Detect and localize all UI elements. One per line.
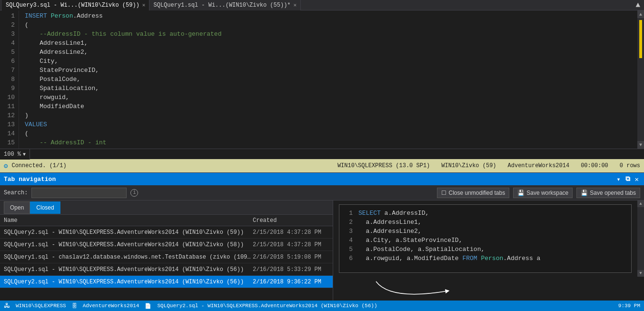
file-row-4[interactable]: SQLQuery2.sql - WIN10\SQLEXPRESS.Adventu… xyxy=(0,276,333,288)
save-workspace-btn[interactable]: 💾 Save workspace xyxy=(513,188,573,198)
bottom-database: AdventureWorks2014 xyxy=(83,303,139,309)
closed-tab-btn[interactable]: Closed xyxy=(30,201,60,214)
time-info: 00:00:00 xyxy=(581,162,608,169)
save-opened-icon: 💾 xyxy=(581,190,588,196)
connection-bar: ⚙ Connected. (1/1) WIN10\SQLEXPRESS (13.… xyxy=(0,159,644,172)
server-info: WIN10\SQLEXPRESS (13.0 SP1) xyxy=(337,162,430,169)
preview-scroll-down[interactable]: ▼ xyxy=(637,270,644,277)
bottom-time: 9:39 PM xyxy=(618,303,640,309)
col-header-created: Created xyxy=(253,217,329,224)
tab-nav-header-controls: ▾ ⧉ ✕ xyxy=(615,175,640,183)
file-created-0: 2/15/2018 4:37:28 PM xyxy=(253,229,329,236)
titlebar-right: ▲ xyxy=(634,1,642,10)
close-unmodified-label: Close unmodified tabs xyxy=(448,190,505,196)
tab-nav-header: Tab navigation ▾ ⧉ ✕ xyxy=(0,173,644,185)
zoom-dropdown-icon[interactable]: ▼ xyxy=(23,152,26,157)
zoom-indicator: 100 % ▼ xyxy=(0,149,30,160)
file-list-panel: Open Closed Name Created SQLQuery2.sql -… xyxy=(0,201,333,305)
file-created-3: 2/16/2018 5:33:29 PM xyxy=(253,266,329,273)
file-created-4: 2/16/2018 9:36:22 PM xyxy=(253,279,329,285)
save-workspace-icon: 💾 xyxy=(517,190,525,196)
preview-scroll-up[interactable]: ▲ xyxy=(637,201,644,207)
tab-nav-close-icon[interactable]: ✕ xyxy=(634,175,640,183)
tab-sqlquery3-close[interactable]: ✕ xyxy=(142,2,146,8)
scroll-up-icon[interactable]: ▲ xyxy=(634,1,642,10)
file-row-3[interactable]: SQLQuery1.sql - WIN10\SQLEXPRESS.Adventu… xyxy=(0,263,333,276)
preview-panel: 1SELECT a.AddressID, 2 a.AddressLine1, 3… xyxy=(333,201,644,305)
col-header-name: Name xyxy=(4,217,253,224)
tab-sqlquery3[interactable]: SQLQuery3.sql - Wi...(WIN10\Zivko (59)) … xyxy=(2,0,149,10)
connection-status: Connected. (1/1) xyxy=(11,162,66,169)
file-name-1: SQLQuery1.sql - WIN10\SQLEXPRESS.Adventu… xyxy=(4,241,253,248)
bottom-file-icon: 📄 xyxy=(145,303,151,309)
scroll-down-btn[interactable]: ▼ xyxy=(637,141,644,149)
bottom-server: WIN10\SQLEXPRESS xyxy=(16,303,66,309)
scroll-up-btn[interactable]: ▲ xyxy=(637,10,644,18)
file-list[interactable]: SQLQuery2.sql - WIN10\SQLEXPRESS.Adventu… xyxy=(0,226,333,305)
info-icon[interactable]: i xyxy=(130,189,138,197)
save-opened-btn[interactable]: 💾 Save opened tabs xyxy=(576,188,640,198)
file-row-0[interactable]: SQLQuery2.sql - WIN10\SQLEXPRESS.Adventu… xyxy=(0,226,333,239)
user-info: WIN10\Zivko (59) xyxy=(441,162,496,169)
bottom-db-icon: 🗄 xyxy=(72,303,77,309)
tab-navigation-panel: Tab navigation ▾ ⧉ ✕ Search: i ☐ Close u… xyxy=(0,172,644,305)
tab-nav-title: Tab navigation xyxy=(4,176,56,183)
line-numbers: 12345 678910 1112131415 161718 xyxy=(0,10,19,149)
tab-sqlquery1-label: SQLQuery1.sql - Wi...(WIN10\Zivko (55))* xyxy=(153,2,290,9)
preview-scrollbar[interactable]: ▲ ▼ xyxy=(637,201,644,277)
zoom-value: 100 % xyxy=(4,151,21,158)
title-bar: SQLQuery3.sql - Wi...(WIN10\Zivko (59)) … xyxy=(0,0,644,10)
code-content[interactable]: INSERT Person.Address ( --AddressID - th… xyxy=(19,10,637,149)
tab-nav-toolbar: Search: i ☐ Close unmodified tabs 💾 Save… xyxy=(0,185,644,201)
database-info: AdventureWorks2014 xyxy=(508,162,570,169)
file-name-0: SQLQuery2.sql - WIN10\SQLEXPRESS.Adventu… xyxy=(4,229,253,236)
file-row-1[interactable]: SQLQuery1.sql - WIN10\SQLEXPRESS.Adventu… xyxy=(0,239,333,251)
file-name-4: SQLQuery2.sql - WIN10\SQLEXPRESS.Adventu… xyxy=(4,279,253,285)
bottom-file: SQLQuery2.sql - WIN10\SQLEXPRESS.Adventu… xyxy=(157,303,377,309)
save-opened-label: Save opened tabs xyxy=(590,190,636,196)
code-editor: 12345 678910 1112131415 161718 INSERT Pe… xyxy=(0,10,644,149)
close-unmodified-btn[interactable]: ☐ Close unmodified tabs xyxy=(437,188,509,198)
file-created-1: 2/15/2018 4:37:28 PM xyxy=(253,241,329,248)
save-workspace-label: Save workspace xyxy=(526,190,568,196)
preview-code: 1SELECT a.AddressID, 2 a.AddressLine1, 3… xyxy=(333,201,637,277)
file-list-header: Name Created xyxy=(0,215,333,226)
open-tab-btn[interactable]: Open xyxy=(4,201,30,214)
tab-sqlquery1-close[interactable]: ✕ xyxy=(294,2,297,8)
tab-nav-dropdown-icon[interactable]: ▾ xyxy=(615,175,622,183)
close-unmodified-icon: ☐ xyxy=(441,190,446,196)
file-row-2[interactable]: SQLQuery1.sql - chaslav12.database.windo… xyxy=(0,251,333,263)
file-name-2: SQLQuery1.sql - chaslav12.database.windo… xyxy=(4,254,253,261)
file-name-3: SQLQuery1.sql - WIN10\SQLEXPRESS.Adventu… xyxy=(4,266,253,273)
connection-icon: ⚙ xyxy=(4,162,8,170)
tab-nav-undock-icon[interactable]: ⧉ xyxy=(624,175,632,183)
bottom-status-bar: 🖧 WIN10\SQLEXPRESS 🗄 AdventureWorks2014 … xyxy=(0,301,644,311)
open-closed-tabs: Open Closed xyxy=(0,201,333,215)
rows-info: 0 rows xyxy=(620,162,640,169)
bottom-server-icon: 🖧 xyxy=(4,302,10,310)
tab-sqlquery3-label: SQLQuery3.sql - Wi...(WIN10\Zivko (59)) xyxy=(6,2,139,9)
search-input[interactable] xyxy=(31,188,127,198)
tab-nav-content: Open Closed Name Created SQLQuery2.sql -… xyxy=(0,201,644,305)
search-label: Search: xyxy=(4,190,28,196)
file-created-2: 2/16/2018 5:19:08 PM xyxy=(253,254,329,261)
editor-scrollbar[interactable]: ▲ ▼ xyxy=(637,10,644,149)
tab-sqlquery1[interactable]: SQLQuery1.sql - Wi...(WIN10\Zivko (55))*… xyxy=(149,0,301,10)
